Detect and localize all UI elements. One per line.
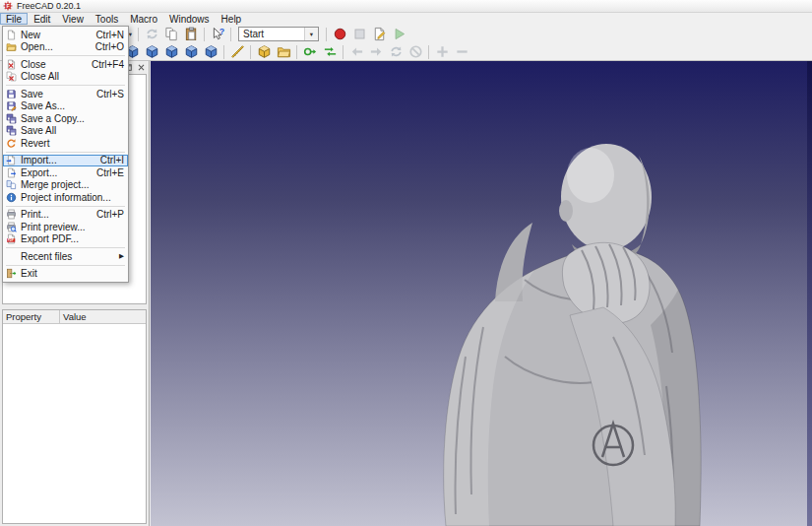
- view-left-button[interactable]: [201, 43, 220, 60]
- menu-separator: [6, 206, 125, 207]
- menu-item-close-all[interactable]: Close All: [3, 71, 128, 84]
- property-column-header[interactable]: Property: [3, 310, 60, 323]
- export-icon: [6, 167, 21, 178]
- measure-icon: [230, 44, 245, 59]
- property-editor: Property Value: [2, 309, 147, 524]
- link-make-icon: [303, 44, 318, 59]
- dock-close-button[interactable]: [136, 62, 147, 73]
- menu-view[interactable]: View: [56, 13, 90, 25]
- view-rear-button[interactable]: [161, 43, 181, 60]
- print-icon: [6, 209, 21, 220]
- menu-item-save-as[interactable]: Save As...: [3, 100, 128, 113]
- paste-button[interactable]: [181, 26, 201, 42]
- freecad-window: F FreeCAD 0.20.1 FileEditViewToolsMacroW…: [0, 0, 812, 526]
- menu-file[interactable]: File: [0, 13, 28, 25]
- workbench-selected-value: Start: [239, 29, 304, 39]
- property-editor-header: Property Value: [3, 310, 146, 324]
- menu-item-export[interactable]: Export...Ctrl+E: [3, 166, 128, 179]
- view-bottom-icon: [184, 44, 199, 59]
- menu-separator: [6, 265, 125, 266]
- menu-edit[interactable]: Edit: [28, 13, 56, 25]
- property-rows: [3, 324, 146, 523]
- create-part-icon: [257, 44, 272, 59]
- menu-item-exit[interactable]: Exit: [3, 268, 128, 281]
- view-left-icon: [204, 44, 219, 59]
- submenu-arrow-icon: ▶: [119, 252, 124, 260]
- 3d-viewport[interactable]: [151, 61, 812, 526]
- toolbar-separator: [223, 45, 224, 59]
- close-all-icon: [6, 71, 21, 82]
- freecad-logo-icon: F: [3, 1, 13, 11]
- menu-separator: [6, 152, 125, 153]
- new-page-icon: [6, 30, 21, 40]
- chevron-down-icon[interactable]: ▾: [304, 28, 318, 40]
- print-preview-icon: [6, 222, 21, 232]
- window-title: FreeCAD 0.20.1: [17, 1, 81, 11]
- menu-item-export-pdf[interactable]: PDFExport PDF...: [3, 233, 128, 246]
- link-replace-button[interactable]: [320, 43, 340, 60]
- menu-item-close[interactable]: CloseCtrl+F4: [3, 58, 128, 71]
- menu-item-merge-project[interactable]: Merge project...: [3, 179, 128, 192]
- view-right-icon: [145, 44, 159, 59]
- copy-icon: [164, 27, 179, 41]
- record-button[interactable]: [330, 26, 349, 42]
- view-bottom-button[interactable]: [181, 43, 201, 60]
- menu-item-save-a-copy[interactable]: Save a Copy...: [3, 112, 128, 125]
- toolbar-separator: [326, 28, 327, 41]
- value-column-header[interactable]: Value: [60, 310, 146, 323]
- create-part-button[interactable]: [254, 43, 274, 60]
- nav-back-icon: [349, 44, 364, 59]
- whatsthis-button[interactable]: ?: [208, 26, 227, 42]
- info-icon: [6, 192, 21, 203]
- paste-icon: [184, 27, 199, 41]
- web-refresh-button: [386, 43, 406, 60]
- menu-tools[interactable]: Tools: [90, 13, 124, 25]
- create-group-button[interactable]: [274, 43, 293, 60]
- pdf-icon: PDF: [6, 233, 21, 244]
- zoom-out-button: [452, 43, 471, 60]
- menu-windows[interactable]: Windows: [163, 13, 216, 25]
- menu-item-print[interactable]: Print...Ctrl+P: [3, 209, 128, 222]
- save-all-icon: [6, 125, 21, 136]
- menu-macro[interactable]: Macro: [124, 13, 163, 25]
- menu-item-import[interactable]: Import...Ctrl+I: [3, 155, 128, 167]
- record-icon: [333, 27, 347, 41]
- close-doc-icon: [6, 59, 21, 70]
- save-icon: [6, 89, 21, 99]
- link-make-button[interactable]: [300, 43, 320, 60]
- web-refresh-icon: [389, 44, 404, 59]
- stop-button: [349, 26, 369, 42]
- zoom-in-button: [432, 43, 452, 60]
- menu-item-save-all[interactable]: Save All: [3, 125, 128, 138]
- workbench-selector[interactable]: Start▾: [238, 27, 319, 41]
- toolbar-separator: [428, 45, 429, 59]
- toolbar-separator: [250, 45, 251, 59]
- copy-button[interactable]: [161, 26, 181, 42]
- menu-item-open[interactable]: Open...Ctrl+O: [3, 41, 128, 54]
- facepalm-statue-model[interactable]: [151, 61, 812, 526]
- menu-item-new[interactable]: NewCtrl+N: [3, 29, 128, 41]
- menubar: FileEditViewToolsMacroWindowsHelp: [0, 13, 812, 25]
- file-menu-popup: NewCtrl+NOpen...Ctrl+OCloseCtrl+F4Close …: [2, 26, 129, 283]
- play-icon: [392, 27, 406, 41]
- play-button: [389, 26, 408, 42]
- toolbar-separator: [138, 28, 139, 41]
- stop-icon: [352, 27, 367, 41]
- macro-edit-button[interactable]: [369, 26, 389, 42]
- view-right-button[interactable]: [142, 43, 161, 60]
- menu-item-project-information[interactable]: Project information...: [3, 191, 128, 204]
- refresh-button: [142, 26, 161, 42]
- svg-text:?: ?: [219, 27, 223, 36]
- macro-edit-icon: [372, 27, 387, 41]
- measure-button[interactable]: [227, 43, 247, 60]
- menu-item-recent-files[interactable]: Recent files▶: [3, 250, 128, 263]
- web-stop-icon: [408, 44, 423, 59]
- menu-item-revert[interactable]: Revert: [3, 137, 128, 150]
- menu-item-save[interactable]: SaveCtrl+S: [3, 88, 128, 100]
- revert-icon: [6, 138, 21, 149]
- import-icon: [6, 155, 21, 165]
- zoom-out-icon: [455, 44, 469, 59]
- menu-help[interactable]: Help: [216, 13, 248, 25]
- menu-separator: [6, 85, 125, 86]
- menu-item-print-preview[interactable]: Print preview...: [3, 221, 128, 233]
